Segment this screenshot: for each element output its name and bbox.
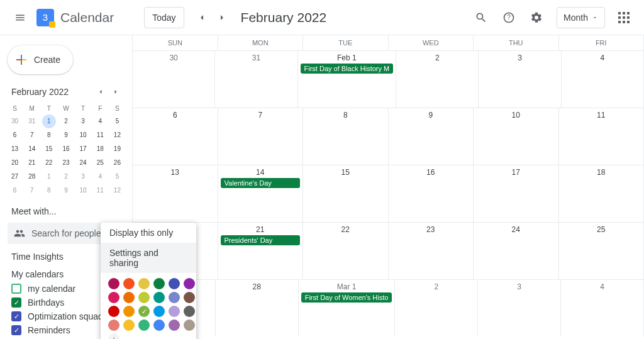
calendar-checkbox[interactable] — [11, 325, 21, 335]
mini-day-cell[interactable]: 17 — [76, 142, 90, 156]
color-swatch[interactable] — [169, 306, 180, 317]
settings-gear-icon[interactable] — [524, 5, 549, 30]
color-swatch[interactable] — [184, 292, 195, 303]
day-cell[interactable]: 3 — [478, 279, 561, 336]
mini-day-cell[interactable]: 3 — [76, 170, 90, 184]
day-cell[interactable]: 15 — [303, 165, 389, 222]
create-event-button[interactable]: Create — [8, 45, 73, 74]
mini-day-cell[interactable]: 1 — [42, 114, 56, 128]
color-swatch[interactable] — [108, 278, 119, 289]
day-cell[interactable]: 30 — [133, 50, 215, 108]
day-cell[interactable]: Feb 1First Day of Black History M — [298, 50, 397, 108]
view-selector[interactable]: Month — [557, 7, 605, 28]
color-swatch[interactable] — [138, 292, 150, 303]
color-swatch[interactable] — [108, 292, 119, 303]
day-cell[interactable]: 31 — [215, 50, 297, 108]
mini-day-cell[interactable]: 4 — [93, 114, 107, 128]
color-swatch[interactable] — [138, 320, 150, 331]
day-cell[interactable]: 2 — [395, 279, 478, 336]
day-cell[interactable]: 9 — [389, 108, 474, 165]
event-chip[interactable]: Presidents' Day — [221, 235, 301, 245]
calendar-checkbox[interactable] — [11, 284, 21, 294]
color-swatch[interactable] — [123, 292, 135, 303]
mini-day-cell[interactable]: 10 — [76, 128, 90, 142]
day-cell[interactable]: 4 — [561, 279, 644, 336]
mini-day-cell[interactable]: 25 — [93, 156, 107, 170]
color-swatch[interactable] — [184, 320, 195, 331]
mini-day-cell[interactable]: 8 — [42, 128, 56, 142]
day-cell[interactable]: 18 — [559, 165, 645, 222]
mini-day-cell[interactable]: 6 — [8, 128, 22, 142]
mini-prev-button[interactable] — [93, 84, 108, 99]
mini-day-cell[interactable]: 9 — [59, 128, 73, 142]
mini-day-cell[interactable]: 15 — [42, 142, 56, 156]
add-color-button[interactable]: + — [108, 333, 119, 339]
mini-day-cell[interactable]: 19 — [110, 142, 124, 156]
mini-day-cell[interactable]: 20 — [8, 156, 22, 170]
mini-day-cell[interactable]: 21 — [25, 156, 39, 170]
day-cell[interactable]: 17 — [474, 165, 559, 222]
settings-sharing-item[interactable]: Settings and sharing — [101, 243, 196, 273]
mini-day-cell[interactable]: 28 — [25, 170, 39, 184]
mini-day-cell[interactable]: 9 — [59, 184, 73, 197]
mini-day-cell[interactable]: 12 — [110, 184, 124, 197]
mini-day-cell[interactable]: 1 — [42, 170, 56, 184]
day-cell[interactable]: Mar 1First Day of Women's Histo — [299, 279, 396, 336]
day-cell[interactable]: 10 — [474, 108, 559, 165]
mini-day-cell[interactable]: 8 — [42, 184, 56, 197]
color-swatch[interactable] — [138, 278, 150, 289]
mini-day-cell[interactable]: 30 — [8, 114, 22, 128]
mini-day-cell[interactable]: 7 — [25, 128, 39, 142]
mini-day-cell[interactable]: 16 — [59, 142, 73, 156]
day-cell[interactable]: 25 — [559, 222, 645, 279]
color-swatch[interactable] — [153, 306, 165, 317]
mini-calendar[interactable]: SMTWTFS303112345678910111213141516171819… — [6, 103, 126, 197]
event-chip[interactable]: Valentine's Day — [221, 178, 301, 188]
color-swatch[interactable] — [184, 278, 195, 289]
mini-day-cell[interactable]: 24 — [76, 156, 90, 170]
search-icon[interactable] — [469, 5, 494, 30]
day-cell[interactable]: 14Valentine's Day — [218, 165, 304, 222]
event-chip[interactable]: First Day of Black History M — [301, 64, 394, 74]
day-cell[interactable]: 8 — [303, 108, 389, 165]
mini-day-cell[interactable]: 4 — [93, 170, 107, 184]
google-apps-icon[interactable] — [611, 5, 636, 30]
day-cell[interactable]: 7 — [218, 108, 304, 165]
mini-day-cell[interactable]: 23 — [59, 156, 73, 170]
mini-day-cell[interactable]: 10 — [76, 184, 90, 197]
color-swatch[interactable] — [169, 320, 180, 331]
display-only-item[interactable]: Display this only — [101, 223, 196, 243]
day-cell[interactable]: 11 — [559, 108, 645, 165]
prev-month-button[interactable] — [192, 8, 212, 28]
day-cell[interactable]: 24 — [474, 222, 559, 279]
mini-day-cell[interactable]: 2 — [59, 170, 73, 184]
color-swatch[interactable] — [153, 292, 165, 303]
mini-day-cell[interactable]: 31 — [25, 114, 39, 128]
mini-day-cell[interactable]: 5 — [110, 170, 124, 184]
mini-day-cell[interactable]: 6 — [8, 184, 22, 197]
color-swatch[interactable] — [123, 320, 135, 331]
mini-day-cell[interactable]: 11 — [93, 184, 107, 197]
color-swatch[interactable] — [153, 278, 165, 289]
mini-next-button[interactable] — [108, 84, 123, 99]
mini-day-cell[interactable]: 2 — [59, 114, 73, 128]
color-swatch[interactable] — [169, 278, 180, 289]
color-swatch[interactable] — [153, 320, 165, 331]
color-swatch[interactable] — [108, 320, 119, 331]
mini-day-cell[interactable]: 11 — [93, 128, 107, 142]
mini-day-cell[interactable]: 12 — [110, 128, 124, 142]
day-cell[interactable]: 23 — [389, 222, 474, 279]
mini-day-cell[interactable]: 13 — [8, 142, 22, 156]
help-icon[interactable]: ? — [496, 5, 521, 30]
day-cell[interactable]: 4 — [562, 50, 644, 108]
color-swatch[interactable]: ✓ — [138, 306, 150, 317]
color-swatch[interactable] — [123, 278, 135, 289]
day-cell[interactable]: 3 — [479, 50, 561, 108]
day-cell[interactable]: 6 — [133, 108, 218, 165]
day-cell[interactable]: 28 — [216, 279, 299, 336]
day-cell[interactable]: 21Presidents' Day — [218, 222, 304, 279]
day-cell[interactable]: 22 — [303, 222, 389, 279]
mini-day-cell[interactable]: 7 — [25, 184, 39, 197]
next-month-button[interactable] — [212, 8, 232, 28]
calendar-checkbox[interactable] — [11, 297, 21, 308]
